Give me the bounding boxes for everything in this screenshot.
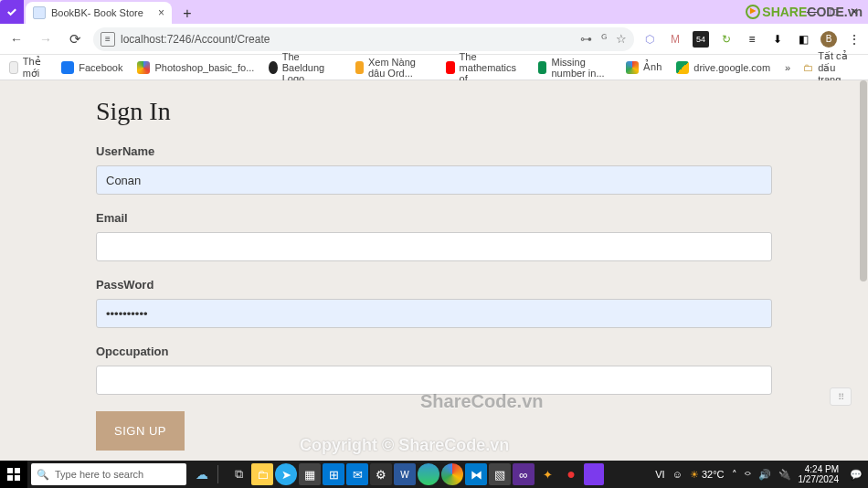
browser-app-icon[interactable] bbox=[0, 0, 24, 24]
url-text: localhost:7246/Account/Create bbox=[121, 33, 270, 46]
clock[interactable]: 4:24 PM 1/27/2024 bbox=[799, 464, 843, 484]
profile-avatar[interactable]: B bbox=[820, 31, 837, 48]
bookmark-label: Xem Nàng dâu Ord... bbox=[368, 57, 431, 79]
taskbar-apps: ⧉ 🗀 ➤ ▦ ⊞ ✉ ⚙ W ⧓ ▧ ∞ ✦ ● bbox=[228, 463, 604, 485]
sidepanel-icon[interactable]: ◧ bbox=[795, 31, 811, 48]
bookmark-label: Thẻ mới bbox=[23, 56, 48, 80]
visualstudio-icon[interactable]: ∞ bbox=[513, 463, 535, 485]
forward-button[interactable]: → bbox=[35, 28, 57, 50]
bookmark-label: Ảnh bbox=[643, 61, 662, 73]
tab-title: BookBK- Book Store bbox=[51, 7, 143, 18]
bookmark-item[interactable]: Ảnh bbox=[626, 61, 662, 74]
word-icon[interactable]: W bbox=[394, 463, 416, 485]
scrollbar-thumb[interactable] bbox=[860, 80, 867, 281]
weather-widget[interactable]: ☀ 32°C bbox=[690, 469, 725, 481]
email-input[interactable] bbox=[96, 232, 772, 261]
form-group-occupation: Opccupation bbox=[96, 345, 772, 395]
start-button[interactable] bbox=[0, 461, 27, 488]
ext-counter-icon[interactable]: 54 bbox=[693, 31, 709, 48]
url-box[interactable]: ≡ localhost:7246/Account/Create ⊶ ᴳ ☆ bbox=[93, 27, 634, 51]
tab-strip: BookBK- Book Store × + bbox=[0, 0, 197, 24]
ext-m-icon[interactable]: M bbox=[667, 31, 683, 48]
bookmark-item[interactable]: Xem Nàng dâu Ord... bbox=[355, 57, 432, 79]
address-bar: ← → ⟳ ≡ localhost:7246/Account/Create ⊶ … bbox=[0, 24, 868, 55]
svg-rect-0 bbox=[7, 468, 13, 473]
bookmark-item[interactable]: Facebook bbox=[61, 61, 122, 74]
bookmark-label: Tất cả dấu trang bbox=[818, 50, 859, 85]
username-label: UserName bbox=[96, 144, 772, 158]
download-icon[interactable]: ⬇ bbox=[769, 31, 786, 48]
tab-favicon bbox=[33, 6, 46, 19]
site-info-icon[interactable]: ≡ bbox=[101, 32, 115, 47]
form-group-email: Email bbox=[96, 211, 772, 261]
ext-shield-icon[interactable]: ⬡ bbox=[641, 31, 658, 48]
volume-icon[interactable]: 🔊 bbox=[758, 469, 771, 481]
app-icon[interactable]: ✦ bbox=[536, 463, 558, 485]
app-icon[interactable]: ▦ bbox=[299, 463, 321, 485]
time-text: 4:24 PM bbox=[799, 464, 840, 474]
lang-indicator[interactable]: VI bbox=[655, 469, 664, 480]
ext-refresh-icon[interactable]: ↻ bbox=[718, 31, 735, 48]
bookmark-item[interactable]: drive.google.com bbox=[676, 61, 770, 74]
battery-icon[interactable]: 🔌 bbox=[778, 469, 791, 481]
reload-button[interactable]: ⟳ bbox=[64, 28, 86, 50]
folder-icon: 🗀 bbox=[803, 62, 813, 73]
bookmark-item[interactable]: The mathematics of... bbox=[446, 51, 524, 84]
svg-rect-1 bbox=[15, 468, 20, 473]
windows-taskbar: 🔍 Type here to search ☁ ⧉ 🗀 ➤ ▦ ⊞ ✉ ⚙ W … bbox=[0, 461, 868, 488]
weather-cloud-icon[interactable]: ☁ bbox=[190, 467, 214, 482]
taskview-icon[interactable]: ⧉ bbox=[228, 463, 249, 485]
ext-list-icon[interactable]: ≡ bbox=[744, 31, 760, 48]
app-icon[interactable]: ⊞ bbox=[323, 463, 344, 485]
translate-icon[interactable]: ᴳ bbox=[601, 32, 607, 46]
username-input[interactable] bbox=[96, 165, 772, 195]
sharecode-icon bbox=[746, 5, 760, 19]
search-icon: 🔍 bbox=[37, 469, 49, 481]
bookmark-label: Facebook bbox=[79, 62, 122, 73]
bookmark-star-icon[interactable]: ☆ bbox=[616, 32, 627, 46]
bookmark-item[interactable]: Missing number in... bbox=[538, 57, 611, 79]
extension-icons: ⬡ M 54 ↻ ≡ ⬇ ◧ B ⋮ bbox=[641, 31, 863, 48]
bookmark-item[interactable]: Photoshop_basic_fo... bbox=[137, 61, 254, 74]
explorer-icon[interactable]: 🗀 bbox=[251, 463, 273, 485]
tray-expand-icon[interactable]: ˄ bbox=[732, 469, 737, 481]
sharecode-watermark-logo: SHARECODE.vn bbox=[746, 2, 863, 19]
mail-icon[interactable]: ✉ bbox=[346, 463, 368, 485]
chrome-icon[interactable] bbox=[441, 463, 463, 485]
new-tab-button[interactable]: + bbox=[177, 4, 197, 24]
temp-text: 32°C bbox=[702, 469, 725, 480]
floating-panel[interactable]: ⠿ bbox=[830, 387, 852, 406]
app-icon[interactable]: ▧ bbox=[489, 463, 511, 485]
bookmarks-bar: Thẻ mới Facebook Photoshop_basic_fo... T… bbox=[0, 55, 868, 80]
bookmark-label: Photoshop_basic_fo... bbox=[154, 62, 254, 73]
wifi-icon[interactable]: ⌔ bbox=[745, 469, 751, 480]
telegram-icon[interactable]: ➤ bbox=[275, 463, 297, 485]
tab-close-icon[interactable]: × bbox=[158, 6, 164, 19]
bookmark-label: drive.google.com bbox=[693, 62, 770, 73]
notifications-icon[interactable]: 💬 bbox=[850, 469, 863, 481]
form-group-password: PassWord bbox=[96, 278, 772, 328]
url-actions: ⊶ ᴳ ☆ bbox=[580, 32, 627, 46]
ime-icon[interactable]: ☺ bbox=[672, 469, 683, 480]
password-input[interactable] bbox=[96, 299, 772, 328]
signup-button[interactable]: SIGN UP bbox=[96, 411, 185, 451]
divider bbox=[217, 465, 218, 483]
bookmark-item[interactable]: Thẻ mới bbox=[9, 56, 47, 80]
all-bookmarks[interactable]: 🗀Tất cả dấu trang bbox=[803, 50, 859, 85]
app-icon[interactable]: ⚙ bbox=[370, 463, 392, 485]
menu-dots-icon[interactable]: ⋮ bbox=[846, 31, 863, 48]
record-icon[interactable]: ● bbox=[560, 463, 582, 485]
app-icon[interactable] bbox=[584, 463, 604, 485]
password-key-icon[interactable]: ⊶ bbox=[580, 32, 592, 46]
browser-tab[interactable]: BookBK- Book Store × bbox=[26, 2, 172, 24]
edge-icon[interactable] bbox=[418, 463, 439, 485]
form-group-username: UserName bbox=[96, 144, 772, 195]
bookmarks-overflow[interactable]: » bbox=[785, 62, 790, 73]
system-tray: VI ☺ ☀ 32°C ˄ ⌔ 🔊 🔌 4:24 PM 1/27/2024 💬 bbox=[650, 464, 868, 484]
bookmark-item[interactable]: The Baeldung Logo bbox=[269, 51, 340, 84]
occupation-label: Opccupation bbox=[96, 345, 772, 358]
back-button[interactable]: ← bbox=[5, 28, 27, 50]
vscode-icon[interactable]: ⧓ bbox=[465, 463, 487, 485]
taskbar-search[interactable]: 🔍 Type here to search bbox=[31, 463, 186, 485]
bookmark-label: The Baeldung Logo bbox=[282, 51, 341, 84]
